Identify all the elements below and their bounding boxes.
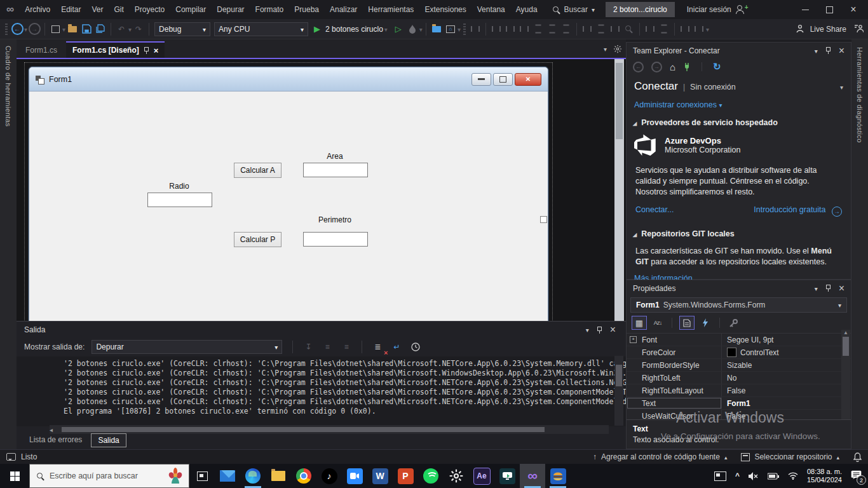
bring-to-front-button[interactable]	[678, 22, 692, 36]
connect-link[interactable]: Conectar...	[635, 205, 674, 217]
vertical-spacing-button[interactable]	[657, 22, 671, 36]
battery-icon[interactable]	[768, 473, 779, 480]
property-row-text[interactable]: Text Form1	[627, 397, 851, 410]
live-share-label[interactable]: Live Share	[810, 25, 846, 34]
designer-vertical-scrollbar[interactable]	[614, 59, 624, 321]
word-wrap-icon[interactable]: ↵	[390, 340, 403, 354]
diagnostic-tools-tab[interactable]: Herramientas de diagnóstico	[851, 39, 864, 143]
taskbar-zoom[interactable]	[342, 464, 367, 488]
make-same-width-button[interactable]	[580, 22, 594, 36]
wifi-icon[interactable]	[788, 472, 798, 480]
save-all-button[interactable]	[93, 22, 107, 36]
gear-icon[interactable]	[613, 44, 622, 53]
menu-ayuda[interactable]: Ayuda	[511, 3, 543, 17]
save-button[interactable]	[79, 22, 93, 36]
show-hidden-icons[interactable]: ^	[735, 471, 740, 480]
align-tops-button[interactable]	[531, 22, 545, 36]
taskbar-edge[interactable]	[240, 464, 266, 488]
live-share-icon[interactable]	[794, 22, 808, 36]
next-message-icon[interactable]: ≡	[339, 340, 353, 354]
redo-button[interactable]: ↷	[132, 22, 146, 36]
output-log[interactable]: '2 botones ciruclo.exe' (CoreCLR: clrhos…	[17, 356, 626, 426]
window-position-dropdown-icon[interactable]	[586, 325, 589, 334]
toolbox-tab[interactable]: Cuadro de herramientas	[0, 39, 12, 126]
run-target-label[interactable]: 2 botones ciruclo	[325, 25, 383, 34]
search-box[interactable]: Buscar	[552, 5, 595, 14]
taskbar-tiktok[interactable]: ♪	[316, 464, 342, 488]
output-horizontal-scrollbar[interactable]	[50, 425, 609, 434]
size-to-grid-button[interactable]	[622, 22, 636, 36]
clock-icon[interactable]	[409, 340, 423, 354]
search-highlight-flower[interactable]	[168, 468, 182, 484]
designer-window-button[interactable]: ⌂	[444, 22, 458, 36]
start-button[interactable]	[0, 464, 29, 488]
menu-compilar[interactable]: Compilar	[170, 3, 211, 17]
close-panel-icon[interactable]	[839, 45, 844, 57]
align-to-grid-button[interactable]	[468, 22, 482, 36]
property-row-righttoleft[interactable]: RightToLeft No	[627, 372, 851, 384]
pin-icon[interactable]	[597, 327, 602, 334]
sign-in-button[interactable]: Iniciar sesión +	[687, 5, 752, 14]
taskbar-after-effects[interactable]: Ae	[469, 464, 494, 488]
taskbar-visual-studio[interactable]: ∞	[520, 464, 545, 488]
open-file-button[interactable]	[65, 22, 79, 36]
events-button[interactable]	[698, 316, 712, 329]
perimetro-textbox[interactable]	[303, 232, 368, 247]
property-row-font[interactable]: +Font Segoe UI, 9pt	[627, 334, 851, 346]
start-debug-button[interactable]: ▶	[310, 22, 324, 36]
align-middles-button[interactable]	[545, 22, 559, 36]
navigate-back-button[interactable]: ←	[10, 22, 24, 36]
section-local-git[interactable]: Repositorios GIT locales	[627, 218, 851, 241]
notifications-bell-icon[interactable]	[853, 452, 862, 462]
taskbar-screen-mirror[interactable]	[494, 464, 520, 488]
menu-herramientas[interactable]: Herramientas	[363, 3, 419, 17]
categorized-view-button[interactable]	[632, 316, 647, 330]
arrow-right-circle-icon[interactable]: →	[832, 207, 842, 217]
taskbar-file-explorer[interactable]	[266, 464, 291, 488]
object-selector-dropdown[interactable]: Form1 System.Windows.Forms.Form	[630, 297, 847, 313]
taskbar-mail[interactable]	[215, 464, 240, 488]
run-dropdown-icon[interactable]	[384, 25, 388, 34]
properties-view-button[interactable]	[679, 316, 695, 330]
connect-plug-icon[interactable]	[683, 62, 691, 72]
menu-ventana[interactable]: Ventana	[472, 3, 510, 17]
menu-git[interactable]: Git	[109, 3, 129, 17]
tab-output[interactable]: Salida	[91, 433, 126, 447]
calcular-p-button[interactable]: Calcular P	[234, 232, 281, 247]
close-tab-icon[interactable]	[154, 46, 159, 55]
property-row-righttoleftlayout[interactable]: RightToLeftLayout False	[627, 384, 851, 397]
window-position-dropdown-icon[interactable]	[815, 284, 818, 293]
menu-archivo[interactable]: Archivo	[20, 3, 55, 17]
menu-prueba[interactable]: Prueba	[289, 3, 324, 17]
designed-form[interactable]: Form1 ✕ Area Calcular A Radio Perimetro …	[29, 67, 548, 321]
manage-connections-link[interactable]: Administrar conexiones	[634, 100, 717, 109]
find-in-files-button[interactable]	[430, 22, 444, 36]
document-list-dropdown-icon[interactable]	[604, 44, 607, 53]
home-icon[interactable]	[670, 62, 675, 72]
solution-name-box[interactable]: 2 boton...ciruclo	[606, 2, 675, 17]
pin-icon[interactable]	[144, 47, 149, 54]
form-resize-handle[interactable]	[540, 216, 547, 223]
layout-overflow-icon[interactable]	[706, 25, 709, 34]
taskbar-word[interactable]: W	[367, 464, 393, 488]
free-intro-link[interactable]: Introducción gratuita	[754, 205, 825, 214]
tab-form1-cs-designer[interactable]: Form1.cs [Diseño]	[66, 41, 165, 58]
menu-ver[interactable]: Ver	[87, 3, 109, 17]
back-icon[interactable]: ←	[633, 62, 644, 72]
area-textbox[interactable]	[303, 163, 368, 177]
pin-icon[interactable]	[825, 47, 831, 54]
platform-dropdown[interactable]: Any CPU	[214, 22, 308, 36]
properties-scrollbar[interactable]: ▲	[841, 330, 850, 430]
send-feedback-icon[interactable]	[851, 22, 865, 36]
section-hosted-providers[interactable]: Proveedores de servicio hospedado	[627, 112, 851, 130]
taskbar-powerpoint[interactable]: P	[393, 464, 418, 488]
widgets-news-icon[interactable]	[714, 471, 726, 481]
form-designer-surface[interactable]: Form1 ✕ Area Calcular A Radio Perimetro …	[17, 59, 626, 321]
output-source-dropdown[interactable]: Depurar	[92, 340, 282, 354]
select-repository-button[interactable]: Seleccionar repositorio	[741, 452, 839, 461]
scroll-left-icon[interactable]	[50, 425, 53, 434]
close-panel-icon[interactable]	[610, 324, 616, 336]
new-project-button[interactable]	[48, 22, 62, 36]
tab-error-list[interactable]: Lista de errores	[23, 433, 88, 447]
pin-icon[interactable]	[825, 285, 831, 292]
